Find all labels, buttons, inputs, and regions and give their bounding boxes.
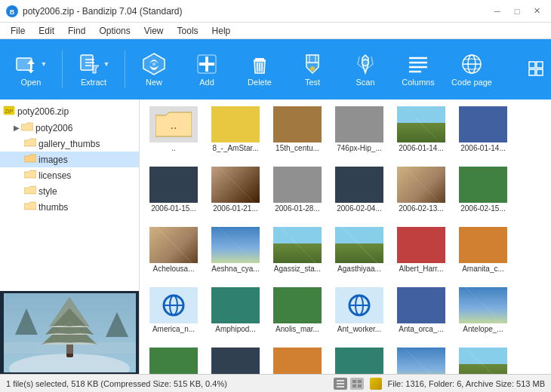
close-button[interactable]: ✕ bbox=[528, 5, 545, 17]
open-label: Open bbox=[21, 78, 42, 87]
file-label: 746px-Hip_... bbox=[337, 144, 381, 153]
preview-image bbox=[4, 293, 136, 372]
file-item[interactable]: 746px-Hip_... bbox=[328, 103, 390, 163]
file-item[interactable]: America_n... bbox=[143, 283, 205, 344]
file-thumbnail bbox=[397, 348, 445, 374]
menu-item-find[interactable]: Find bbox=[62, 24, 91, 38]
file-thumbnail: .. bbox=[149, 106, 198, 142]
file-item[interactable]: Anta_orca_... bbox=[390, 283, 452, 344]
scan-button[interactable]: Scan bbox=[340, 42, 391, 96]
sidebar-tree: ZIPpoty2006.zip▶poty2006gallery_thumbsim… bbox=[0, 100, 139, 291]
maximize-button[interactable]: □ bbox=[509, 5, 525, 17]
file-item[interactable]: Achelousa... bbox=[143, 223, 205, 283]
codepage-button[interactable]: Code page bbox=[445, 42, 498, 96]
file-item[interactable]: 2006-01-14... bbox=[452, 103, 514, 163]
extract-icon bbox=[78, 52, 102, 76]
zip-icon-status bbox=[370, 378, 382, 390]
file-item[interactable]: Anthomyii... bbox=[143, 344, 205, 374]
sidebar-item-images[interactable]: images bbox=[0, 152, 139, 167]
menu-item-view[interactable]: View bbox=[138, 24, 170, 38]
new-icon bbox=[142, 52, 166, 76]
svg-marker-5 bbox=[28, 70, 34, 73]
svg-rect-44 bbox=[4, 342, 136, 354]
grid-view-button[interactable] bbox=[528, 61, 548, 78]
extract-button[interactable]: ▼ Extract bbox=[66, 42, 122, 96]
test-button[interactable]: Test bbox=[287, 42, 338, 96]
folder-icon bbox=[21, 121, 33, 134]
status-bar: 1 file(s) selected, 518 KB (Compressed S… bbox=[0, 374, 551, 392]
file-item[interactable]: Astronotus... bbox=[328, 344, 390, 374]
file-item[interactable]: .... bbox=[143, 103, 205, 163]
menu-item-help[interactable]: Help bbox=[206, 24, 237, 38]
file-label: 2006-01-14... bbox=[460, 144, 506, 153]
menu-item-tools[interactable]: Tools bbox=[171, 24, 205, 38]
delete-label: Delete bbox=[248, 78, 272, 87]
add-button[interactable]: Add bbox=[181, 42, 232, 96]
file-label: 2006-01-28... bbox=[275, 204, 320, 213]
file-thumbnail bbox=[211, 348, 260, 374]
file-item[interactable]: Amphipod... bbox=[205, 283, 266, 344]
open-button[interactable]: ▼ Open bbox=[3, 42, 59, 96]
file-item[interactable]: 2006-01-14... bbox=[390, 103, 452, 163]
file-item[interactable]: Agasthiyaa... bbox=[328, 223, 390, 283]
file-thumbnail bbox=[459, 287, 507, 323]
folder-icon bbox=[24, 169, 36, 182]
sidebar-item-thumbs[interactable]: thumbs bbox=[0, 199, 139, 215]
menu-item-options[interactable]: Options bbox=[93, 24, 136, 38]
file-item[interactable]: 2006-02-15... bbox=[452, 163, 514, 223]
file-label: 15th_centu... bbox=[276, 144, 319, 153]
file-item[interactable]: 2006-01-28... bbox=[266, 163, 328, 223]
columns-button[interactable]: Columns bbox=[392, 42, 444, 96]
file-thumbnail bbox=[335, 106, 383, 142]
file-item[interactable]: Amanita_c... bbox=[452, 223, 514, 283]
file-item[interactable]: Albert_Harr... bbox=[390, 223, 452, 283]
file-item[interactable]: Austria_Bu... bbox=[452, 344, 514, 374]
file-item[interactable]: 2006-01-21... bbox=[205, 163, 266, 223]
sidebar-item-licenses[interactable]: licenses bbox=[0, 167, 139, 183]
file-item[interactable]: 2006-01-15... bbox=[143, 163, 205, 223]
toolbar-sep-1 bbox=[62, 51, 63, 88]
file-thumbnail bbox=[149, 348, 198, 374]
sidebar-item-poty2006[interactable]: ▶poty2006 bbox=[0, 120, 139, 136]
menu-item-file[interactable]: File bbox=[5, 24, 31, 38]
file-item[interactable]: 2006-02-13... bbox=[390, 163, 452, 223]
file-item[interactable]: Anvil_shap... bbox=[205, 344, 266, 374]
minimize-button[interactable]: ─ bbox=[489, 5, 506, 17]
sidebar-item-style[interactable]: style bbox=[0, 183, 139, 199]
menu-item-edit[interactable]: Edit bbox=[32, 24, 60, 38]
app-icon: B bbox=[6, 5, 18, 17]
add-label: Add bbox=[199, 78, 214, 87]
svg-rect-58 bbox=[352, 380, 356, 383]
file-item[interactable]: Anolis_mar... bbox=[266, 283, 328, 344]
file-item[interactable]: 2006-02-04... bbox=[328, 163, 390, 223]
new-button[interactable]: New bbox=[128, 42, 180, 96]
file-label: .. bbox=[171, 144, 176, 153]
file-label: Ant_worker... bbox=[337, 325, 381, 334]
grid-view-status-icon[interactable] bbox=[350, 378, 364, 390]
title-bar-left: B poty2006.zip - Bandizip 7.04 (Standard… bbox=[6, 5, 182, 17]
file-item[interactable]: Agassiz_sta... bbox=[266, 223, 328, 283]
delete-button[interactable]: Delete bbox=[234, 42, 285, 96]
file-thumbnail bbox=[211, 167, 260, 203]
file-item[interactable]: Athabasca_... bbox=[390, 344, 452, 374]
list-view-icon[interactable] bbox=[334, 378, 347, 390]
svg-text:B: B bbox=[10, 8, 15, 16]
preview-pane bbox=[0, 291, 139, 374]
file-thumbnail bbox=[459, 167, 507, 203]
toolbar: ▼ Open ▼ Extract New bbox=[0, 39, 551, 100]
sidebar-item-zip-root[interactable]: ZIPpoty2006.zip bbox=[0, 103, 139, 120]
file-label: Anolis_mar... bbox=[276, 325, 319, 334]
svg-rect-61 bbox=[358, 384, 362, 387]
file-label: America_n... bbox=[152, 325, 195, 334]
file-item[interactable]: Aeshna_cya... bbox=[205, 223, 266, 283]
file-item[interactable]: 8_-_AmStar... bbox=[205, 103, 266, 163]
expand-arrow-icon: ▶ bbox=[14, 124, 20, 132]
file-item[interactable]: Antelope_... bbox=[452, 283, 514, 344]
file-label: 8_-_AmStar... bbox=[212, 144, 258, 153]
file-item[interactable]: Ant_worker... bbox=[328, 283, 390, 344]
file-item[interactable]: Apis_mellif... bbox=[266, 344, 328, 374]
folder-icon: ZIP bbox=[3, 104, 15, 118]
sidebar-item-gallery_thumbs[interactable]: gallery_thumbs bbox=[0, 136, 139, 152]
file-item[interactable]: 15th_centu... bbox=[266, 103, 328, 163]
grid-icon bbox=[528, 61, 543, 76]
